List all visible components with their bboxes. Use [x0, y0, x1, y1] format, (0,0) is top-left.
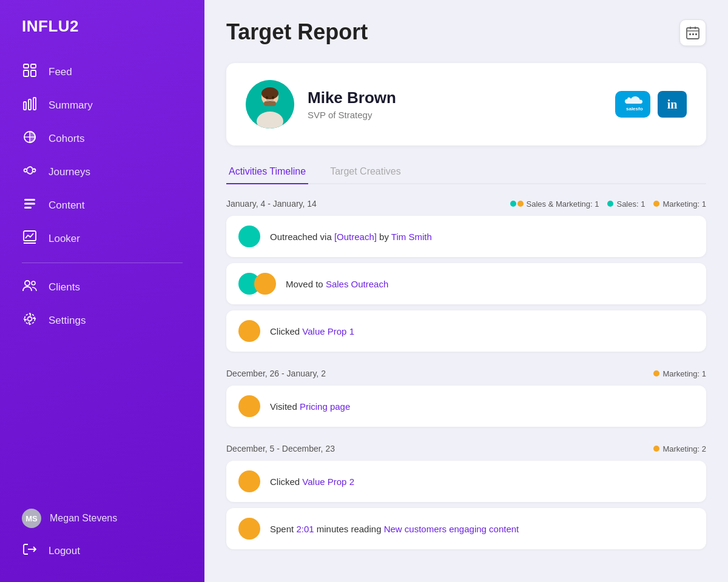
summary-icon: [22, 97, 38, 113]
brand-logo: INFLU2: [0, 17, 204, 55]
nav-journeys[interactable]: Journeys: [0, 155, 204, 189]
tabs: Activities Timeline Target Creatives: [226, 160, 706, 184]
activity-4: Visited Pricing page: [226, 386, 706, 427]
badge-sales-marketing: Sales & Marketing: 1: [510, 199, 599, 209]
period-3: December, 5 - December, 23 Marketing: 2 …: [226, 444, 706, 549]
period-2-label: December, 26 - January, 2: [226, 369, 326, 378]
act2-text: Moved to Sales Outreach: [286, 279, 388, 289]
tim-smith-link[interactable]: Tim Smith: [391, 232, 432, 242]
period-1: January, 4 - January, 14 Sales & Marketi…: [226, 199, 706, 352]
user-name: Megan Stevens: [50, 513, 117, 524]
period-2: December, 26 - January, 2 Marketing: 1 V…: [226, 369, 706, 427]
act3-dot: [238, 320, 260, 342]
act5-text: Clicked Value Prop 2: [270, 477, 354, 487]
cohorts-icon: [22, 130, 38, 147]
orange-dot-1: [653, 201, 659, 207]
value-prop-1-link[interactable]: Value Prop 1: [302, 326, 354, 336]
time-spent-link[interactable]: 2:01: [296, 524, 314, 534]
badge-marketing-1: Marketing: 1: [653, 199, 706, 209]
svg-rect-2: [24, 70, 29, 76]
cohorts-label: Cohorts: [49, 133, 85, 145]
act4-dot: [238, 395, 260, 417]
teal-dot: [510, 201, 516, 207]
svg-rect-12: [24, 199, 35, 201]
nav-summary[interactable]: Summary: [0, 89, 204, 122]
period-1-label: January, 4 - January, 14: [226, 199, 317, 209]
settings-icon: [22, 312, 38, 329]
activity-2: Moved to Sales Outreach: [226, 263, 706, 304]
tab-creatives[interactable]: Target Creatives: [328, 160, 403, 184]
nav-feed[interactable]: Feed: [0, 55, 204, 89]
summary-label: Summary: [49, 99, 93, 112]
nav-settings[interactable]: Settings: [0, 304, 204, 337]
svg-point-32: [261, 87, 278, 99]
content-icon: [22, 197, 38, 213]
act6-text: Spent 2:01 minutes reading New customers…: [270, 524, 519, 534]
svg-rect-27: [692, 33, 694, 35]
profile-card: Mike Brown SVP of Strategy salesforce in: [226, 63, 706, 146]
act4-text: Visited Pricing page: [270, 401, 350, 412]
looker-icon: [22, 230, 38, 247]
settings-label: Settings: [49, 315, 86, 327]
nav-clients[interactable]: Clients: [0, 270, 204, 304]
content-link[interactable]: New customers engaging content: [384, 524, 519, 534]
main-content: Target Report: [204, 0, 728, 582]
salesforce-badge[interactable]: salesforce: [615, 91, 650, 118]
svg-rect-6: [33, 98, 36, 110]
period-1-header: January, 4 - January, 14 Sales & Marketi…: [226, 199, 706, 209]
journeys-label: Journeys: [49, 166, 90, 178]
svg-point-18: [32, 281, 35, 285]
sidebar: INFLU2 Feed Summary: [0, 0, 204, 582]
profile-title: SVP of Strategy: [308, 110, 396, 120]
content-label: Content: [49, 199, 85, 212]
svg-point-33: [266, 96, 268, 99]
clients-label: Clients: [49, 281, 80, 293]
logout-button[interactable]: Logout: [0, 534, 204, 567]
act3-text: Clicked Value Prop 1: [270, 326, 354, 336]
activity-5: Clicked Value Prop 2: [226, 461, 706, 502]
svg-rect-26: [689, 33, 691, 35]
svg-rect-35: [264, 101, 276, 106]
nav-looker[interactable]: Looker: [0, 222, 204, 255]
page-title: Target Report: [226, 19, 368, 45]
sales-outreach-link[interactable]: Sales Outreach: [326, 279, 388, 289]
activity-3: Clicked Value Prop 1: [226, 310, 706, 352]
period-1-badges: Sales & Marketing: 1 Sales: 1 Marketing:…: [510, 199, 706, 209]
act1-text: Outreached via [Outreach] by Tim Smith: [270, 232, 432, 242]
profile-info: Mike Brown SVP of Strategy: [308, 89, 396, 120]
svg-text:salesforce: salesforce: [626, 106, 643, 112]
svg-point-34: [272, 96, 274, 99]
orange-dot-sm: [517, 201, 524, 207]
period-3-badges: Marketing: 2: [653, 444, 706, 453]
svg-rect-3: [31, 70, 36, 76]
logout-label: Logout: [49, 545, 80, 557]
svg-point-11: [33, 169, 36, 172]
svg-rect-5: [29, 99, 31, 110]
calendar-button[interactable]: [679, 19, 706, 46]
pricing-page-link[interactable]: Pricing page: [300, 401, 350, 412]
tab-activities[interactable]: Activities Timeline: [226, 160, 308, 184]
period-3-label: December, 5 - December, 23: [226, 444, 335, 453]
svg-rect-4: [24, 102, 26, 110]
value-prop-2-link[interactable]: Value Prop 2: [302, 477, 354, 487]
svg-point-10: [24, 169, 27, 172]
feed-label: Feed: [49, 66, 72, 78]
svg-rect-0: [24, 64, 29, 68]
act2-dots: [238, 273, 276, 295]
current-user[interactable]: MS Megan Stevens: [0, 503, 204, 534]
orange-dot-3: [653, 446, 659, 452]
combined-dot: [510, 201, 524, 207]
looker-label: Looker: [49, 233, 80, 245]
nav-cohorts[interactable]: Cohorts: [0, 122, 204, 155]
act1-dot: [238, 226, 260, 247]
svg-rect-15: [24, 231, 36, 241]
profile-name: Mike Brown: [308, 89, 396, 107]
logout-icon: [22, 543, 38, 559]
period-2-header: December, 26 - January, 2 Marketing: 1: [226, 369, 706, 378]
nav-content[interactable]: Content: [0, 189, 204, 222]
linkedin-badge[interactable]: in: [658, 91, 687, 118]
orange-dot-2: [653, 370, 659, 376]
act5-dot: [238, 470, 260, 492]
outreach-link[interactable]: [Outreach]: [334, 232, 377, 242]
badge-marketing-3: Marketing: 2: [653, 444, 706, 453]
